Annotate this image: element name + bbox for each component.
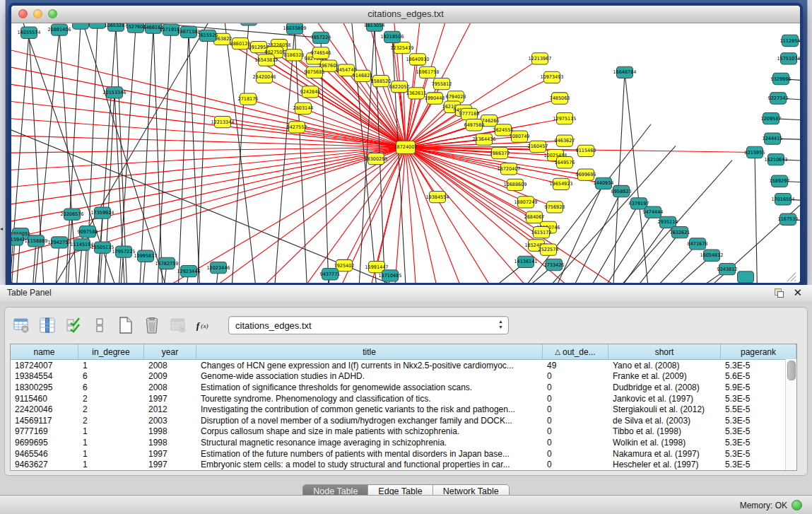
graph-node[interactable]: 18807249 — [514, 197, 537, 208]
network-window-titlebar[interactable]: citations_edges.txt — [11, 6, 800, 23]
graph-node[interactable]: 23420046 — [252, 71, 276, 83]
show-column-button[interactable] — [38, 316, 57, 334]
graph-node[interactable]: 9227343 — [768, 93, 789, 104]
graph-node[interactable]: 7986372 — [490, 147, 510, 158]
table-row[interactable]: 1830029562008Estimation of significance … — [11, 382, 796, 393]
graph-node[interactable]: 1733426 — [544, 259, 565, 270]
graph-node[interactable]: 9474444 — [643, 206, 664, 218]
trash-button[interactable] — [143, 316, 161, 334]
graph-node[interactable]: 16648784 — [613, 66, 636, 78]
network-canvas[interactable]: 1872400779638228860128891295423226058982… — [11, 23, 800, 283]
graph-node[interactable]: 1649576 — [555, 157, 575, 168]
graph-node[interactable]: 1244415 — [763, 133, 783, 144]
graph-node[interactable]: 9756928 — [545, 201, 565, 213]
graph-node[interactable]: 16782759 — [155, 257, 178, 269]
narrow-column-button[interactable] — [90, 316, 109, 334]
table-select-dropdown[interactable]: citations_edges.txt ▲▼ — [228, 316, 509, 334]
graph-node[interactable]: 7955812 — [432, 78, 452, 89]
graph-node[interactable]: 8958923 — [611, 185, 632, 197]
graph-node[interactable]: 16210643 — [764, 154, 787, 165]
graph-node[interactable]: 19654923 — [549, 178, 572, 189]
graph-node[interactable]: 1362615 — [406, 88, 427, 99]
column-header-title[interactable]: title — [196, 344, 543, 359]
graph-node[interactable]: 1615172 — [531, 226, 552, 238]
graph-node[interactable]: 9329966 — [771, 73, 792, 84]
graph-node[interactable]: 2684067 — [524, 211, 545, 223]
graph-node[interactable]: 8427552 — [287, 122, 307, 133]
graph-node[interactable]: 7485063 — [550, 93, 570, 104]
graph-node[interactable]: 3915941 — [11, 234, 25, 245]
table-row[interactable]: 911546021997Tourette syndrome. Phenomeno… — [11, 393, 796, 404]
graph-node[interactable] — [73, 23, 89, 29]
graph-node[interactable]: 8215955 — [745, 146, 765, 158]
graph-node[interactable]: 13505135 — [90, 242, 114, 253]
graph-node[interactable]: 1209587 — [761, 112, 782, 124]
graph-node[interactable]: 13995817 — [134, 250, 157, 262]
graph-node[interactable] — [738, 271, 754, 283]
column-header-name[interactable]: name — [11, 344, 78, 359]
graph-node[interactable]: 9097588 — [78, 226, 98, 237]
graph-node[interactable]: 12923446 — [177, 266, 200, 277]
float-panel-icon[interactable] — [775, 288, 784, 298]
column-header-pagerank[interactable]: pagerank — [721, 344, 796, 359]
column-header-year[interactable]: year — [144, 344, 196, 359]
graph-node[interactable]: 16961758 — [416, 66, 439, 78]
close-panel-icon[interactable]: ✕ — [793, 286, 802, 299]
graph-node[interactable]: 2803144 — [293, 103, 314, 114]
graph-node[interactable]: 9875685 — [305, 66, 325, 78]
function-builder-button[interactable]: f(x) — [195, 316, 213, 334]
graph-node[interactable]: 12213344 — [211, 117, 234, 128]
graph-node[interactable]: 9463627 — [555, 135, 575, 146]
graph-node[interactable]: 12023446 — [206, 262, 230, 273]
column-header-out_de[interactable]: △out_de... — [543, 344, 608, 359]
graph-node[interactable]: 8186328 — [284, 49, 305, 61]
table-row[interactable]: 946554611997Estimation of the future num… — [11, 448, 796, 460]
graph-node[interactable]: 17957225 — [112, 246, 135, 257]
graph-node[interactable]: 12213967 — [528, 53, 551, 64]
graph-node[interactable]: 9746546 — [311, 47, 331, 59]
graph-node[interactable] — [90, 23, 106, 28]
graph-node[interactable]: 14035574 — [17, 27, 40, 38]
table-row[interactable]: 1938455462009Genome-wide association stu… — [11, 371, 796, 382]
table-row[interactable]: 2242004622012Investigating the contribut… — [11, 404, 796, 415]
graph-node[interactable]: 10688609 — [503, 179, 526, 190]
graph-node[interactable]: 2160457 — [528, 141, 548, 152]
graph-node[interactable]: 13710485 — [378, 270, 401, 281]
graph-node[interactable]: 9437771 — [320, 269, 341, 280]
table-row[interactable]: 1456911722003Disruption of a novel membe… — [11, 415, 796, 426]
table-scrollbar-thumb[interactable] — [787, 361, 796, 380]
graph-node[interactable]: 16033809 — [283, 23, 306, 34]
graph-node[interactable]: 8471678 — [688, 238, 708, 250]
graph-node[interactable]: 8860128 — [230, 37, 251, 49]
graph-node[interactable]: 8813054 — [365, 23, 385, 31]
graph-node[interactable]: 17359924 — [90, 207, 114, 218]
graph-node[interactable]: 16054812 — [700, 250, 723, 261]
graph-node[interactable]: 7857224 — [311, 32, 331, 43]
graph-node[interactable]: 1990448 — [425, 93, 445, 104]
graph-node[interactable]: 9242848 — [300, 86, 321, 98]
graph-node[interactable]: 15751074 — [777, 53, 800, 64]
table-settings-button[interactable] — [12, 316, 30, 334]
graph-node[interactable]: 1589297 — [770, 175, 790, 187]
graph-node[interactable]: 17016504 — [771, 194, 794, 205]
graph-node[interactable]: 19384554 — [425, 192, 449, 203]
canvas-resize-grip-icon[interactable] — [787, 273, 796, 281]
graph-node[interactable]: 9243812 — [717, 263, 738, 274]
graph-node[interactable]: 9777169 — [459, 108, 480, 119]
graph-node[interactable] — [241, 23, 257, 25]
graph-node[interactable]: 20891406 — [47, 24, 71, 35]
graph-node[interactable]: 7632621 — [670, 226, 690, 238]
panel-collapse-arrow-icon[interactable]: ◂ — [0, 226, 3, 232]
new-file-button[interactable] — [117, 316, 135, 334]
graph-node[interactable]: 20153346 — [102, 87, 126, 98]
select-rows-button[interactable] — [64, 316, 83, 334]
graph-node[interactable]: 2522574 — [539, 244, 559, 255]
graph-node[interactable]: 7615526 — [198, 30, 218, 41]
column-header-short[interactable]: short — [608, 344, 721, 359]
graph-node[interactable]: 14671388 — [177, 26, 200, 37]
graph-node[interactable]: 9146821 — [353, 70, 373, 81]
graph-node[interactable]: 10653287 — [104, 23, 127, 31]
graph-node[interactable]: 14136141 — [514, 256, 537, 267]
graph-node[interactable]: 1440934 — [594, 177, 614, 189]
table-row[interactable]: 946362711997Embryonic stem cells: a mode… — [11, 459, 796, 470]
